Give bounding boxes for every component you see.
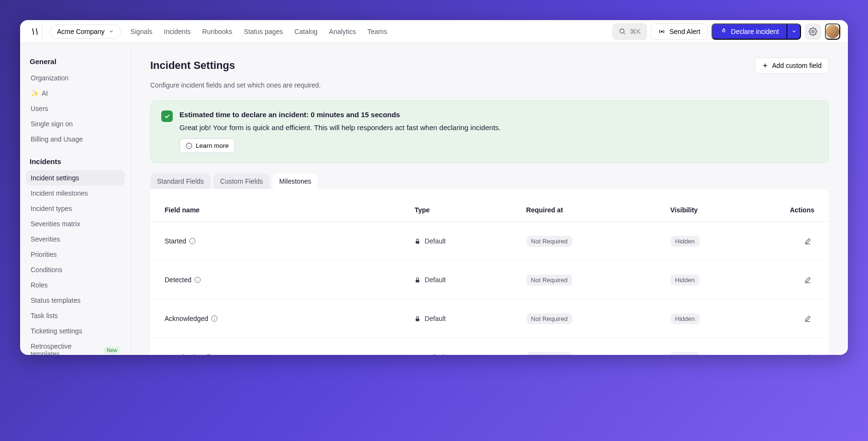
sidebar-item-task-lists[interactable]: Task lists	[26, 308, 125, 323]
svg-rect-9	[416, 318, 420, 320]
nav-runbooks[interactable]: Runbooks	[202, 28, 233, 35]
th-type: Type	[414, 206, 520, 214]
content: Incident Settings Add custom field Confi…	[131, 43, 848, 355]
pencil-icon	[804, 276, 811, 284]
required-cell: Not Required	[526, 275, 665, 286]
plus-icon	[762, 62, 768, 69]
add-custom-field-button[interactable]: Add custom field	[755, 57, 829, 74]
sidebar-item-milestones[interactable]: Incident milestones	[26, 186, 125, 201]
sidebar-item-status-templates[interactable]: Status templates	[26, 293, 125, 308]
sidebar-item-roles[interactable]: Roles	[26, 277, 125, 293]
field-name-cell: Started	[165, 237, 409, 245]
broadcast-icon	[658, 28, 666, 35]
table-header: Field name Type Required at Visibility A…	[150, 198, 829, 222]
type-cell: Default	[414, 315, 520, 322]
estimation-callout: Estimated time to declare an incident: 0…	[150, 100, 829, 163]
field-name-cell: Acknowledged	[165, 315, 409, 322]
sidebar-item-incident-settings[interactable]: Incident settings	[26, 170, 125, 186]
info-icon[interactable]	[211, 315, 218, 322]
visibility-cell: Hidden	[670, 275, 760, 286]
svg-rect-7	[416, 279, 420, 282]
th-required: Required at	[526, 206, 665, 214]
actions-cell	[766, 273, 814, 287]
actions-cell	[766, 351, 814, 355]
search-shortcut: ⌘K	[630, 28, 641, 35]
pencil-icon	[804, 238, 811, 245]
type-cell: Default	[414, 353, 520, 355]
svg-point-0	[620, 29, 624, 33]
th-field-name: Field name	[165, 206, 409, 214]
edit-button[interactable]	[801, 351, 814, 355]
chevron-down-icon	[109, 29, 114, 34]
sidebar-item-severities[interactable]: Severities	[26, 232, 125, 247]
nav-analytics[interactable]: Analytics	[329, 28, 356, 35]
sidebar-item-severities-matrix[interactable]: Severities matrix	[26, 216, 125, 232]
sidebar-item-types[interactable]: Incident types	[26, 201, 125, 216]
edit-button[interactable]	[801, 312, 814, 325]
edit-button[interactable]	[801, 234, 814, 248]
sparkle-icon: ✨	[31, 89, 39, 97]
add-button-label: Add custom field	[772, 62, 822, 69]
th-visibility: Visibility	[670, 206, 760, 214]
new-badge: New	[104, 346, 120, 354]
sidebar-item-priorities[interactable]: Priorities	[26, 247, 125, 262]
nav-incidents[interactable]: Incidents	[164, 28, 191, 35]
info-icon[interactable]	[189, 238, 196, 244]
tab-milestones[interactable]: Milestones	[273, 174, 318, 189]
lock-icon	[414, 238, 421, 244]
main-nav: Signals Incidents Runbooks Status pages …	[131, 28, 387, 35]
sidebar-section-incidents: Incidents	[30, 157, 121, 165]
declare-group: Declare incident	[712, 23, 801, 40]
svg-point-1	[661, 31, 663, 32]
sidebar-item-users[interactable]: Users	[26, 101, 125, 116]
declare-dropdown[interactable]	[788, 23, 801, 40]
pencil-icon	[804, 354, 811, 355]
content-header: Incident Settings Add custom field	[150, 57, 829, 74]
sidebar-section-general: General	[30, 57, 121, 66]
field-name-cell: Investigating	[165, 353, 409, 355]
settings-button[interactable]	[805, 23, 821, 40]
search-button[interactable]: ⌘K	[612, 23, 647, 40]
learn-more-button[interactable]: Learn more	[179, 138, 235, 153]
required-cell: Not Required	[526, 352, 665, 355]
actions-cell	[766, 234, 814, 248]
fire-icon	[720, 28, 727, 35]
visibility-cell: Hidden	[670, 236, 760, 247]
sidebar-item-ticketing[interactable]: Ticketing settings	[26, 323, 125, 339]
sidebar-item-billing[interactable]: Billing and Usage	[26, 132, 125, 147]
nav-teams[interactable]: Teams	[367, 28, 387, 35]
sidebar-item-organization[interactable]: Organization	[26, 70, 125, 86]
info-icon[interactable]	[205, 354, 212, 355]
tab-custom-fields[interactable]: Custom Fields	[213, 174, 269, 189]
table-row: Started Default Not Required Hidden	[150, 222, 829, 261]
type-cell: Default	[414, 237, 520, 245]
sidebar-item-sso[interactable]: Single sign on	[26, 116, 125, 132]
page-subtitle: Configure incident fields and set which …	[150, 81, 829, 89]
sidebar-item-retrospective[interactable]: Retrospective templatesNew	[26, 339, 125, 355]
pencil-icon	[804, 315, 811, 322]
visibility-cell: Hidden	[670, 313, 760, 324]
sidebar-item-conditions[interactable]: Conditions	[26, 262, 125, 277]
svg-rect-5	[416, 241, 420, 243]
company-selector[interactable]: Acme Company	[50, 24, 121, 39]
fields-table: Field name Type Required at Visibility A…	[150, 189, 829, 355]
declare-incident-button[interactable]: Declare incident	[712, 23, 788, 40]
svg-point-2	[812, 30, 814, 33]
svg-point-10	[206, 354, 211, 355]
app-window: Acme Company Signals Incidents Runbooks …	[20, 20, 848, 355]
nav-signals[interactable]: Signals	[131, 28, 153, 35]
send-alert-button[interactable]: Send Alert	[651, 23, 708, 40]
lock-icon	[414, 354, 421, 355]
tab-standard-fields[interactable]: Standard Fields	[150, 174, 211, 189]
info-icon[interactable]	[194, 276, 201, 283]
sidebar-item-ai[interactable]: ✨AI	[26, 86, 125, 101]
nav-status-pages[interactable]: Status pages	[244, 28, 283, 35]
required-cell: Not Required	[526, 236, 665, 247]
nav-catalog[interactable]: Catalog	[294, 28, 317, 35]
avatar-image	[826, 25, 839, 38]
send-alert-label: Send Alert	[669, 28, 701, 35]
callout-body: Great job! Your form is quick and effici…	[179, 123, 818, 132]
user-avatar[interactable]	[825, 23, 840, 40]
table-row: Detected Default Not Required Hidden	[150, 261, 829, 299]
edit-button[interactable]	[801, 273, 814, 287]
